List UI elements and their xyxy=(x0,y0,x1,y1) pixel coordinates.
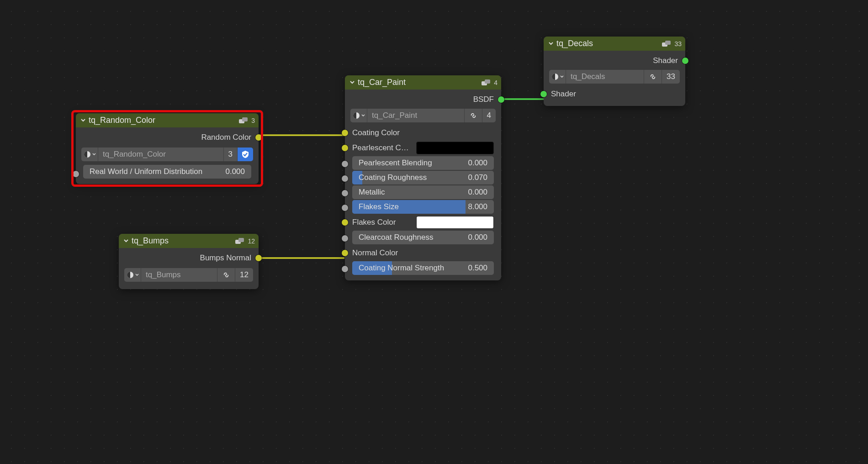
nodegroup-icon xyxy=(662,40,672,47)
nodegroup-icon xyxy=(238,117,249,124)
node-title: tq_Car_Paint xyxy=(358,78,478,87)
slider-coating-roughness[interactable]: Coating Roughness 0.070 xyxy=(352,171,494,185)
color-field-flakes[interactable] xyxy=(416,216,494,229)
output-shader: Shader xyxy=(544,53,685,68)
socket-input-float[interactable] xyxy=(342,161,348,167)
input-pearlescent-color: Pearlescent C… xyxy=(345,140,501,155)
socket-input-shader[interactable] xyxy=(540,91,547,97)
socket-input-color[interactable] xyxy=(342,130,348,136)
nodegroup-browse-button[interactable] xyxy=(124,268,141,282)
link-icon[interactable] xyxy=(464,109,482,122)
node-header[interactable]: tq_Bumps 12 xyxy=(119,234,259,248)
slider-metallic[interactable]: Metallic 0.000 xyxy=(352,185,494,199)
node-header[interactable]: tq_Random_Color 3 xyxy=(76,113,259,127)
socket-input-float[interactable] xyxy=(342,205,348,211)
socket-output-shader[interactable] xyxy=(498,96,504,103)
nodegroup-name-field[interactable]: tq_Car_Paint xyxy=(367,109,464,122)
nodegroup-browse-button[interactable] xyxy=(549,70,566,84)
nodegroup-selector[interactable]: tq_Random_Color 3 xyxy=(76,145,259,164)
svg-rect-7 xyxy=(485,79,490,84)
output-bsdf: BSDF xyxy=(345,92,501,107)
socket-input-color[interactable] xyxy=(342,145,348,151)
nodegroup-icon xyxy=(235,237,245,245)
socket-input-float[interactable] xyxy=(342,235,348,242)
node-users-badge: 33 xyxy=(674,40,682,47)
nodegroup-icon xyxy=(481,79,491,86)
output-bumps-normal: Bumps Normal xyxy=(119,250,259,265)
nodegroup-name-field[interactable]: tq_Bumps xyxy=(141,268,217,282)
socket-input-color[interactable] xyxy=(342,250,348,256)
socket-output-color[interactable] xyxy=(255,255,262,261)
input-coating-color: Coating Color xyxy=(345,125,501,140)
svg-rect-10 xyxy=(665,41,671,45)
input-normal-color: Normal Color xyxy=(345,245,501,260)
node-header[interactable]: tq_Car_Paint 4 xyxy=(345,75,501,90)
socket-output-color[interactable] xyxy=(255,134,262,141)
slider-coating-normal-strength[interactable]: Coating Normal Strength 0.500 xyxy=(352,261,494,275)
link-icon[interactable] xyxy=(644,70,662,84)
link-icon[interactable] xyxy=(217,268,235,282)
slider-clearcoat-roughness[interactable]: Clearcoat Roughness 0.000 xyxy=(352,231,494,244)
slider-real-world[interactable]: Real World / Uniform Distribution 0.000 xyxy=(83,165,251,179)
nodegroup-name-field[interactable]: tq_Decals xyxy=(566,70,644,84)
socket-input-float[interactable] xyxy=(342,266,348,272)
slider-flakes-size[interactable]: Flakes Size 8.000 xyxy=(352,200,494,214)
node-bumps[interactable]: tq_Bumps 12 Bumps Normal tq_Bumps 12 xyxy=(119,234,259,289)
node-decals[interactable]: tq_Decals 33 Shader tq_Decals 33 Shader xyxy=(544,37,685,106)
nodegroup-users[interactable]: 3 xyxy=(223,148,237,161)
socket-output-shader[interactable] xyxy=(682,58,688,64)
nodegroup-name-field[interactable]: tq_Random_Color xyxy=(98,148,223,161)
node-title: tq_Decals xyxy=(556,39,659,48)
nodegroup-selector[interactable]: tq_Bumps 12 xyxy=(119,265,259,285)
node-users-badge: 12 xyxy=(248,237,255,245)
node-title: tq_Bumps xyxy=(132,236,232,246)
slider-pearlescent-blending[interactable]: Pearlescent Blending 0.000 xyxy=(352,156,494,170)
nodegroup-browse-button[interactable] xyxy=(81,148,98,161)
svg-rect-4 xyxy=(238,238,244,242)
socket-input-float[interactable] xyxy=(342,190,348,196)
input-shader: Shader xyxy=(544,86,685,101)
nodegroup-users[interactable]: 12 xyxy=(235,268,253,282)
node-header[interactable]: tq_Decals 33 xyxy=(544,37,685,51)
nodegroup-browse-button[interactable] xyxy=(350,109,367,122)
nodegroup-selector[interactable]: tq_Car_Paint 4 xyxy=(345,107,501,125)
socket-input-color[interactable] xyxy=(342,219,348,226)
nodegroup-selector[interactable]: tq_Decals 33 xyxy=(544,68,685,86)
svg-rect-1 xyxy=(242,117,248,121)
input-flakes-color: Flakes Color xyxy=(345,215,501,230)
node-users-badge: 4 xyxy=(494,79,498,86)
collapse-icon[interactable] xyxy=(349,78,355,87)
socket-input-float[interactable] xyxy=(73,171,79,177)
nodegroup-users[interactable]: 4 xyxy=(482,109,496,122)
output-random-color: Random Color xyxy=(76,130,259,145)
node-title: tq_Random_Color xyxy=(89,116,236,125)
node-random-color[interactable]: tq_Random_Color 3 Random Color tq_Random… xyxy=(76,113,259,184)
socket-input-float[interactable] xyxy=(342,175,348,182)
collapse-icon[interactable] xyxy=(548,39,554,48)
collapse-icon[interactable] xyxy=(80,116,86,125)
node-car-paint[interactable]: tq_Car_Paint 4 BSDF tq_Car_Paint 4 Coati… xyxy=(345,75,501,280)
collapse-icon[interactable] xyxy=(123,237,129,246)
fake-user-button[interactable] xyxy=(237,148,253,161)
color-field-pearlescent[interactable] xyxy=(416,142,494,154)
nodegroup-users[interactable]: 33 xyxy=(662,70,680,84)
node-users-badge: 3 xyxy=(251,117,255,124)
